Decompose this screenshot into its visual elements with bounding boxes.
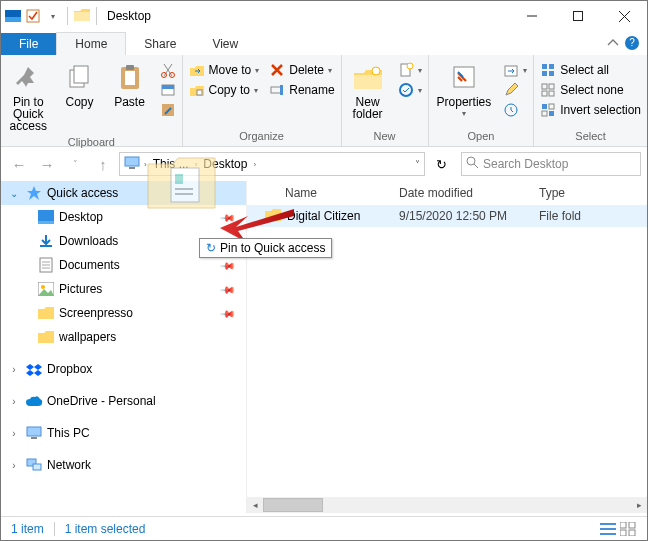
svg-rect-44 <box>38 221 54 224</box>
copy-path-button[interactable] <box>158 81 178 99</box>
sidebar-dropbox[interactable]: › Dropbox <box>1 357 246 381</box>
chevron-right-icon[interactable]: › <box>253 160 256 169</box>
easy-access-button[interactable]: ▾ <box>396 81 424 99</box>
rename-icon <box>269 82 285 98</box>
sidebar-item-desktop[interactable]: Desktop 📌 <box>1 205 246 229</box>
window-title: Desktop <box>103 9 151 23</box>
copy-to-button[interactable]: Copy to ▾ <box>187 81 262 99</box>
nav-recent-button[interactable]: ˅ <box>63 152 87 176</box>
sidebar-this-pc[interactable]: › This PC <box>1 421 246 445</box>
chevron-right-icon[interactable]: › <box>195 160 198 169</box>
chevron-right-icon[interactable]: › <box>7 364 21 375</box>
folder-icon <box>37 328 55 346</box>
sidebar-item-pictures[interactable]: Pictures 📌 <box>1 277 246 301</box>
chevron-down-icon[interactable]: ⌄ <box>7 188 21 199</box>
edit-button[interactable] <box>501 81 529 99</box>
nav-forward-button[interactable]: → <box>35 152 59 176</box>
qat-dropdown-icon[interactable]: ▾ <box>45 5 61 27</box>
select-none-button[interactable]: Select none <box>538 81 643 99</box>
properties-button[interactable]: Properties ▾ <box>433 57 496 122</box>
tab-view[interactable]: View <box>194 33 256 55</box>
tab-file[interactable]: File <box>1 33 56 55</box>
chevron-right-icon[interactable]: › <box>7 460 21 471</box>
tab-home[interactable]: Home <box>56 32 126 55</box>
refresh-button[interactable]: ↻ <box>429 152 453 176</box>
sidebar-item-documents[interactable]: Documents 📌 <box>1 253 246 277</box>
rename-button[interactable]: Rename <box>267 81 336 99</box>
svg-rect-40 <box>129 167 135 169</box>
sidebar-item-screenpresso[interactable]: Screenpresso 📌 <box>1 301 246 325</box>
svg-point-41 <box>467 157 475 165</box>
ribbon-group-clipboard: Pin to Quick access Copy Paste <box>1 55 183 146</box>
chevron-down-icon: ▾ <box>255 66 259 75</box>
history-icon <box>503 102 519 118</box>
pin-to-quick-access-button[interactable]: Pin to Quick access <box>5 57 52 136</box>
scroll-right-icon[interactable]: ▸ <box>631 497 647 513</box>
quick-access-toolbar: ▾ <box>5 5 61 27</box>
sidebar-item-wallpapers[interactable]: wallpapers <box>1 325 246 349</box>
select-all-button[interactable]: Select all <box>538 61 643 79</box>
svg-rect-10 <box>125 71 135 85</box>
window-controls <box>509 1 647 31</box>
file-list[interactable]: Name Date modified Type Digital Citizen … <box>247 181 647 513</box>
tab-share[interactable]: Share <box>126 33 194 55</box>
sidebar-item-downloads[interactable]: Downloads 📌 <box>1 229 246 253</box>
copy-button[interactable]: Copy <box>58 57 102 112</box>
thumbnails-view-button[interactable] <box>619 521 637 537</box>
sidebar-onedrive[interactable]: › OneDrive - Personal <box>1 389 246 413</box>
minimize-button[interactable] <box>509 1 555 31</box>
pin-icon: 📌 <box>220 257 236 273</box>
horizontal-scrollbar[interactable]: ◂ ▸ <box>247 497 647 513</box>
move-to-button[interactable]: Move to ▾ <box>187 61 262 79</box>
collapse-ribbon-icon[interactable] <box>607 37 619 51</box>
invert-selection-icon <box>540 102 556 118</box>
maximize-button[interactable] <box>555 1 601 31</box>
chevron-down-icon: ▾ <box>418 66 422 75</box>
paste-shortcut-button[interactable] <box>158 101 178 119</box>
nav-back-button[interactable]: ← <box>7 152 31 176</box>
pin-icon: 📌 <box>220 209 236 225</box>
address-dropdown-icon[interactable]: ˅ <box>415 159 420 170</box>
nav-up-button[interactable]: ↑ <box>91 152 115 176</box>
chevron-down-icon: ▾ <box>418 86 422 95</box>
ribbon-group-organize: Move to ▾ Copy to ▾ Delete ▾ Rename <box>183 55 342 146</box>
column-header-date[interactable]: Date modified <box>389 186 529 200</box>
invert-selection-button[interactable]: Invert selection <box>538 101 643 119</box>
delete-button[interactable]: Delete ▾ <box>267 61 336 79</box>
sidebar-network[interactable]: › Network <box>1 453 246 477</box>
clipboard-small-buttons <box>158 57 178 119</box>
column-header-type[interactable]: Type <box>529 186 647 200</box>
new-item-button[interactable]: ▾ <box>396 61 424 79</box>
open-button[interactable]: ▾ <box>501 61 529 79</box>
sidebar-quick-access[interactable]: ⌄ Quick access <box>1 181 246 205</box>
cut-button[interactable] <box>158 61 178 79</box>
close-button[interactable] <box>601 1 647 31</box>
navigation-pane[interactable]: ⌄ Quick access Desktop 📌 Downloads 📌 Doc… <box>1 181 247 513</box>
pin-icon: 📌 <box>220 305 236 321</box>
details-view-button[interactable] <box>599 521 617 537</box>
properties-icon <box>448 61 480 93</box>
history-button[interactable] <box>501 101 529 119</box>
svg-rect-8 <box>74 66 88 83</box>
breadcrumb-segment[interactable]: This ... <box>151 157 191 171</box>
documents-icon <box>37 256 55 274</box>
svg-rect-32 <box>549 84 554 89</box>
ribbon-tabs: File Home Share View ? <box>1 31 647 55</box>
new-folder-button[interactable]: New folder <box>346 57 390 124</box>
scrollbar-thumb[interactable] <box>263 498 323 512</box>
qat-properties-icon[interactable] <box>25 5 41 27</box>
paste-shortcut-icon <box>160 102 176 118</box>
breadcrumb-segment[interactable]: Desktop <box>201 157 249 171</box>
ribbon: Pin to Quick access Copy Paste <box>1 55 647 147</box>
scroll-left-icon[interactable]: ◂ <box>247 497 263 513</box>
chevron-right-icon[interactable]: › <box>144 160 147 169</box>
search-box[interactable]: Search Desktop <box>461 152 641 176</box>
chevron-right-icon[interactable]: › <box>7 428 21 439</box>
address-bar[interactable]: › This ... › Desktop › ˅ <box>119 152 425 176</box>
column-header-name[interactable]: Name <box>247 186 389 200</box>
file-row[interactable]: Digital Citizen 9/15/2020 12:50 PM File … <box>247 205 647 227</box>
paste-button[interactable]: Paste <box>108 57 152 112</box>
chevron-right-icon[interactable]: › <box>7 396 21 407</box>
copy-path-icon <box>160 82 176 98</box>
help-icon[interactable]: ? <box>625 36 639 50</box>
